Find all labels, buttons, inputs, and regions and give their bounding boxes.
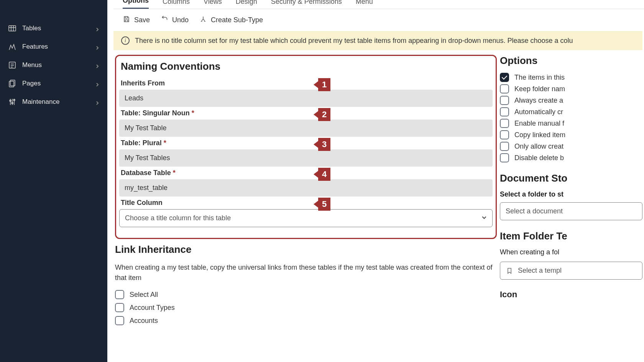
checkbox[interactable] — [500, 119, 509, 128]
sidebar-item-label: Maintenance — [22, 98, 95, 106]
tab-bar: Options Columns Views Design Security & … — [113, 0, 644, 9]
section-title: Icon — [500, 290, 642, 300]
subtype-icon — [199, 15, 207, 25]
checkbox-label: Select All — [130, 291, 158, 299]
checkbox[interactable] — [500, 153, 509, 162]
sidebar-item-features[interactable]: Features — [0, 38, 107, 56]
checkbox-label: Always create a — [514, 97, 563, 105]
sidebar-item-label: Tables — [22, 25, 95, 32]
checkbox-label: Copy linked item — [514, 131, 565, 139]
checkbox-label: Account Types — [130, 304, 175, 312]
chevron-right-icon — [95, 81, 100, 86]
checkbox-label: Accounts — [130, 317, 158, 325]
table-icon — [8, 24, 17, 33]
section-description: When creating a my test table, copy the … — [115, 262, 497, 283]
checkbox[interactable] — [115, 303, 124, 312]
annotation-marker: 5 — [314, 198, 330, 211]
sidebar-item-maintenance[interactable]: Maintenance — [0, 93, 107, 111]
save-button[interactable]: Save — [123, 15, 150, 25]
plural-input[interactable] — [119, 149, 493, 167]
create-subtype-label: Create Sub-Type — [211, 16, 263, 24]
checkbox[interactable] — [500, 130, 509, 139]
title-column-select[interactable]: Choose a title column for this table — [119, 209, 493, 227]
section-title: Link Inheritance — [115, 244, 497, 256]
checkbox[interactable] — [115, 316, 124, 325]
field-label: Database Table * — [119, 169, 493, 177]
list-item: Accounts — [115, 316, 497, 325]
select-placeholder: Select a document — [506, 207, 563, 215]
checkbox[interactable] — [500, 107, 509, 116]
tab-columns[interactable]: Columns — [163, 0, 190, 9]
database-table-input[interactable] — [119, 179, 493, 197]
sidebar-item-label: Pages — [22, 80, 95, 87]
template-select[interactable]: Select a templ — [500, 262, 642, 280]
banner-text: There is no title column set for my test… — [135, 37, 573, 45]
select-placeholder: Select a templ — [518, 267, 562, 275]
checkbox-label: Automatically cr — [514, 108, 563, 116]
field-label: Table: Plural * — [119, 139, 493, 147]
option-row: Disable delete b — [500, 153, 642, 162]
annotation-marker: 2 — [314, 108, 330, 121]
chevron-right-icon — [95, 63, 100, 67]
checkbox[interactable] — [500, 73, 509, 82]
option-row: Automatically cr — [500, 107, 642, 116]
bookmark-icon — [506, 267, 513, 275]
icon-section: Icon — [500, 290, 642, 300]
document-folder-select[interactable]: Select a document — [500, 202, 642, 220]
field-database-table: Database Table * 4 — [119, 169, 493, 197]
section-title: Item Folder Te — [500, 230, 642, 242]
field-plural: Table: Plural * 3 — [119, 139, 493, 167]
tab-options[interactable]: Options — [123, 0, 149, 9]
checkbox[interactable] — [500, 84, 509, 93]
chevron-right-icon — [95, 26, 100, 31]
toolbar: Save Undo Create Sub-Type — [113, 9, 644, 31]
pages-icon — [8, 79, 17, 88]
section-description: When creating a fol — [500, 248, 642, 256]
annotation-marker: 3 — [314, 138, 330, 151]
select-placeholder: Choose a title column for this table — [125, 214, 231, 222]
undo-button[interactable]: Undo — [161, 15, 189, 25]
checkbox[interactable] — [500, 142, 509, 151]
tab-design[interactable]: Design — [236, 0, 257, 9]
checkbox-label: Keep folder nam — [514, 85, 565, 93]
tab-security[interactable]: Security & Permissions — [271, 0, 342, 9]
chevron-right-icon — [95, 44, 100, 49]
option-row: The items in this — [500, 73, 642, 82]
option-row: Only allow creat — [500, 142, 642, 151]
field-label: Table: Singular Noun * — [119, 109, 493, 117]
field-label: Select a folder to st — [500, 190, 642, 198]
checkbox-label: Disable delete b — [514, 154, 564, 162]
sidebar-item-pages[interactable]: Pages — [0, 74, 107, 93]
section-title: Document Sto — [500, 172, 642, 184]
naming-conventions-section: Naming Conventions Inherits From 1 Table… — [115, 55, 497, 239]
checkbox[interactable] — [500, 96, 509, 105]
save-label: Save — [134, 16, 150, 24]
sidebar-item-menus[interactable]: Menus — [0, 56, 107, 74]
field-label: Inherits From — [119, 79, 493, 87]
checkbox-label: Enable manual f — [514, 120, 564, 128]
options-title: Options — [500, 55, 642, 67]
singular-noun-input[interactable] — [119, 120, 493, 137]
menus-icon — [8, 61, 17, 70]
undo-icon — [161, 15, 168, 25]
annotation-marker: 1 — [314, 78, 330, 91]
tab-menu[interactable]: Menu — [356, 0, 373, 9]
link-inheritance-section: Link Inheritance When creating a my test… — [115, 244, 497, 325]
sidebar-item-label: Menus — [22, 61, 95, 69]
select-all-row: Select All — [115, 290, 497, 299]
annotation-marker: 4 — [314, 168, 330, 181]
options-list: The items in this Keep folder nam Always… — [500, 73, 642, 162]
select-all-checkbox[interactable] — [115, 290, 124, 299]
section-title: Naming Conventions — [119, 61, 493, 72]
create-subtype-button[interactable]: Create Sub-Type — [199, 15, 263, 25]
sidebar-item-tables[interactable]: Tables — [0, 19, 107, 38]
field-singular-noun: Table: Singular Noun * 2 — [119, 109, 493, 137]
option-row: Always create a — [500, 96, 642, 105]
field-title-column: Title Column 5 Choose a title column for… — [119, 199, 493, 227]
sidebar: Tables Features Menus Pages Maintenance — [0, 0, 107, 362]
tab-views[interactable]: Views — [204, 0, 222, 9]
option-row: Enable manual f — [500, 119, 642, 128]
checkbox-label: Only allow creat — [514, 143, 564, 151]
main-content: Options Columns Views Design Security & … — [107, 0, 644, 362]
inherits-from-input[interactable] — [119, 90, 493, 107]
